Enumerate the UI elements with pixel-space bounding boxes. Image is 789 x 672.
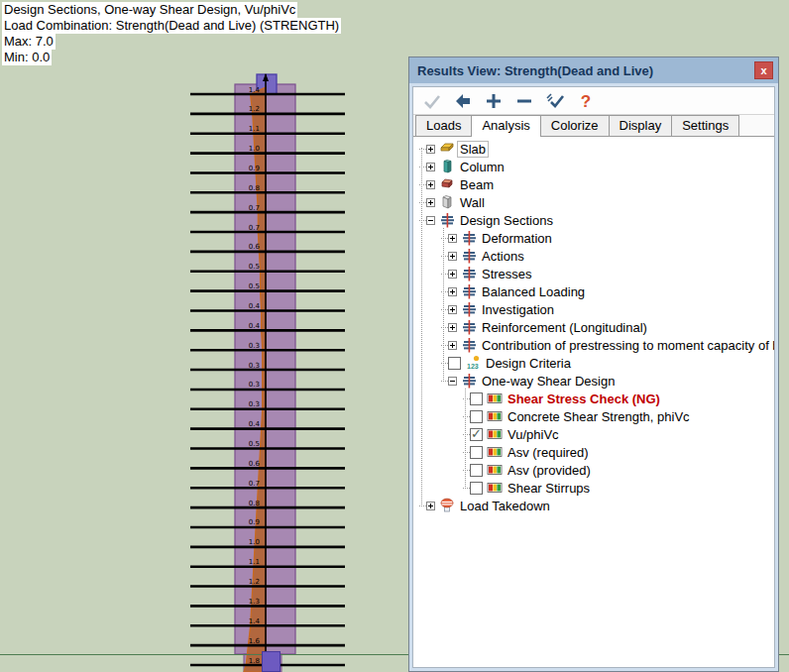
plot-title: Design Sections, One-way Shear Design, V… <box>2 2 297 18</box>
plot-load-combination: Load Combination: Strength(Dead and Live… <box>2 18 341 34</box>
expand-plus-box[interactable] <box>448 287 457 296</box>
tree-item-label: Vu/phiVc <box>506 427 561 442</box>
tree-item-asv-required[interactable]: Asv (required) <box>415 443 774 461</box>
tree-connector <box>441 345 448 346</box>
section-value-label: 0.3 <box>249 342 260 350</box>
tree-item-label: Concrete Shear Strength, phiVc <box>506 409 692 424</box>
checked-checkbox[interactable] <box>470 428 483 441</box>
tree-item-asv-provided[interactable]: Asv (provided) <box>415 461 774 479</box>
design-sections-plot: 1.41.21.11.00.90.80.70.70.60.50.50.40.40… <box>0 0 408 672</box>
load-takedown-icon <box>439 498 455 513</box>
close-icon[interactable]: x <box>754 61 773 79</box>
section-value-label: 0.5 <box>249 440 260 448</box>
expand-plus-box[interactable] <box>426 198 435 207</box>
design-sections-icon <box>439 212 455 228</box>
section-value-label: 0.6 <box>249 460 261 468</box>
section-value-label: 0.8 <box>249 184 260 192</box>
tree-connector <box>463 434 470 435</box>
tree-item-investigation[interactable]: Investigation <box>415 300 774 318</box>
tree-item-label: Investigation <box>480 302 556 317</box>
expand-plus-box[interactable] <box>426 163 435 171</box>
design-sections-icon <box>461 301 477 317</box>
results-toolbar: ? <box>413 87 774 115</box>
tree-item-shear-stirrups[interactable]: Shear Stirrups <box>415 479 774 497</box>
design-sections-icon <box>461 373 477 389</box>
plot-min-value: Min: 0.0 <box>2 50 52 65</box>
panel-body: ? LoadsAnalysisColorizeDisplaySettings S… <box>412 86 775 668</box>
tab-colorize[interactable]: Colorize <box>540 115 610 136</box>
expand-plus-box[interactable] <box>448 234 457 243</box>
tree-item-balanced-loading[interactable]: Balanced Loading <box>415 282 774 300</box>
section-value-label: 0.7 <box>249 480 260 488</box>
tree-connector <box>441 291 448 292</box>
expand-plus-box[interactable] <box>426 145 435 154</box>
tree-connector <box>441 381 448 382</box>
tree-item-concrete-shear-strength-phivc[interactable]: Concrete Shear Strength, phiVc <box>415 407 774 425</box>
tree-item-wall[interactable]: Wall <box>415 193 774 211</box>
bottom-column-marker <box>262 651 281 672</box>
collapse-minus-box[interactable] <box>426 216 435 225</box>
tree-item-stresses[interactable]: Stresses <box>415 265 774 282</box>
tree-item-slab[interactable]: Slab <box>415 140 774 158</box>
expand-plus-box[interactable] <box>448 252 457 261</box>
section-value-label: 0.5 <box>249 282 260 290</box>
tree-connector <box>463 416 470 417</box>
section-value-label: 1.4 <box>249 617 261 625</box>
confirm-check-icon[interactable] <box>421 90 443 112</box>
expand-plus-box[interactable] <box>448 341 457 350</box>
tree-item-contribution-of-prestressing-to-moment-c[interactable]: Contribution of prestressing to moment c… <box>415 336 774 354</box>
collapse-minus-icon[interactable] <box>513 90 535 112</box>
section-value-label: 1.2 <box>249 105 260 113</box>
panel-title: Results View: Strength(Dead and Live) <box>417 63 754 78</box>
tab-display[interactable]: Display <box>609 115 673 136</box>
results-view-panel: Results View: Strength(Dead and Live) x … <box>408 56 779 672</box>
tree-item-label: Wall <box>458 195 487 210</box>
unchecked-checkbox[interactable] <box>470 392 483 405</box>
unchecked-checkbox[interactable] <box>470 446 483 459</box>
tab-loads[interactable]: Loads <box>415 115 472 136</box>
section-value-label: 1.0 <box>249 538 260 546</box>
tree-item-label: Shear Stress Check (NG) <box>506 392 662 406</box>
tree-item-label: Balanced Loading <box>480 284 587 299</box>
tree-item-vu-phivc[interactable]: Vu/phiVc <box>415 425 774 443</box>
analysis-tree: SlabColumnBeamWallDesign SectionsDeforma… <box>413 137 774 667</box>
app-viewport: 1.41.21.11.00.90.80.70.70.60.50.50.40.40… <box>0 0 789 672</box>
expand-plus-box[interactable] <box>426 180 435 189</box>
tree-item-beam[interactable]: Beam <box>415 175 774 193</box>
expand-plus-icon[interactable] <box>483 90 505 112</box>
expand-plus-box[interactable] <box>448 270 457 279</box>
tab-analysis[interactable]: Analysis <box>471 115 540 137</box>
expand-plus-box[interactable] <box>448 305 457 314</box>
section-value-label: 0.3 <box>249 400 260 408</box>
tree-connector <box>463 398 470 399</box>
tree-item-actions[interactable]: Actions <box>415 247 774 265</box>
unchecked-checkbox[interactable] <box>470 482 483 495</box>
tree-item-load-takedown[interactable]: Load Takedown <box>415 497 774 514</box>
tree-item-design-criteria[interactable]: 123Design Criteria <box>415 354 774 372</box>
collapse-minus-box[interactable] <box>448 377 457 386</box>
unchecked-checkbox[interactable] <box>470 464 483 477</box>
results-view-titlebar[interactable]: Results View: Strength(Dead and Live) x <box>409 57 778 83</box>
expand-plus-box[interactable] <box>426 502 435 510</box>
tree-connector <box>463 452 470 453</box>
tree-item-design-sections[interactable]: Design Sections <box>415 211 774 229</box>
section-value-label: 1.0 <box>249 145 260 153</box>
unchecked-checkbox[interactable] <box>470 410 483 423</box>
tree-item-label: Design Criteria <box>484 356 573 371</box>
tree-item-deformation[interactable]: Deformation <box>415 229 774 247</box>
tree-item-label: Stresses <box>480 267 534 281</box>
back-arrow-icon[interactable] <box>452 90 474 112</box>
apply-check-icon[interactable] <box>544 90 566 112</box>
unchecked-checkbox[interactable] <box>448 357 461 370</box>
column-icon <box>439 159 455 174</box>
tree-connector <box>441 363 448 364</box>
tree-item-one-way-shear-design[interactable]: One-way Shear Design <box>415 372 774 390</box>
tree-item-shear-stress-check-ng[interactable]: Shear Stress Check (NG) <box>415 390 774 407</box>
help-icon[interactable]: ? <box>575 90 597 112</box>
section-value-label: 0.9 <box>249 518 260 526</box>
tree-item-column[interactable]: Column <box>415 158 774 175</box>
expand-plus-box[interactable] <box>448 323 457 332</box>
tab-settings[interactable]: Settings <box>671 115 739 136</box>
tree-item-reinforcement-longitudinal[interactable]: Reinforcement (Longitudinal) <box>415 318 774 336</box>
design-sections-icon <box>461 248 477 264</box>
